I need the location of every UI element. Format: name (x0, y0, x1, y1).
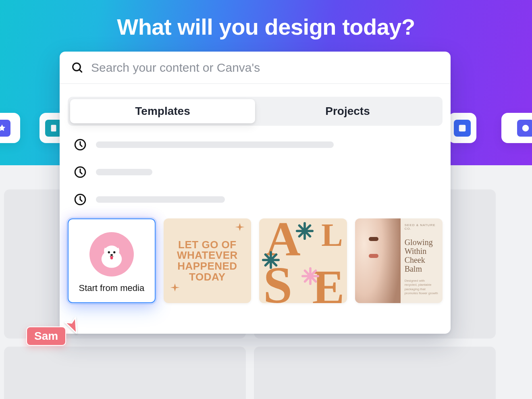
sparkle-icon (232, 222, 248, 239)
recent-search-item[interactable] (73, 165, 437, 179)
template-card-letters[interactable]: A L S E (259, 218, 347, 303)
beauty-blurb: Designed with recycled, plantable packag… (405, 279, 438, 296)
decorative-letter: L (321, 218, 343, 254)
beauty-copy: SEED & NATURE CO. Glowing Within Cheek B… (401, 218, 443, 303)
category-icon (517, 120, 532, 137)
search-icon (71, 61, 84, 74)
svg-point-5 (522, 125, 529, 131)
start-from-media-card[interactable]: Start from media (68, 218, 156, 303)
collaborator-name-badge: Sam (26, 326, 66, 346)
template-cards-row: Start from media LET GO OF WHATEVER HAPP… (60, 208, 451, 303)
svg-rect-3 (52, 129, 54, 130)
start-media-thumbnail (89, 232, 134, 276)
starburst-icon (262, 251, 280, 271)
skeleton-line (96, 196, 225, 203)
starburst-icon (301, 267, 320, 287)
category-pill[interactable] (501, 113, 532, 143)
tab-projects[interactable]: Projects (255, 99, 440, 123)
search-row[interactable] (60, 52, 451, 84)
beauty-headline: Glowing Within Cheek Balm (405, 238, 438, 273)
recent-searches (60, 126, 451, 208)
clock-icon (73, 193, 87, 206)
skeleton-line (96, 141, 334, 148)
clock-icon (73, 165, 87, 179)
skeleton-line (96, 169, 152, 175)
search-panel: Templates Projects (60, 52, 451, 334)
tab-templates[interactable]: Templates (70, 99, 255, 123)
template-card-quote[interactable]: LET GO OF WHATEVER HAPPENED TODAY (164, 218, 251, 303)
collaborator-cursor: Sam (62, 314, 82, 335)
svg-rect-2 (52, 128, 55, 129)
recent-search-item[interactable] (73, 193, 437, 206)
svg-point-17 (110, 256, 113, 259)
template-quote-text: LET GO OF WHATEVER HAPPENED TODAY (173, 239, 242, 282)
hero-title: What will you design today? (0, 14, 532, 40)
category-pill[interactable] (0, 113, 20, 143)
tabs: Templates Projects (68, 97, 443, 126)
tabs-container: Templates Projects (60, 84, 451, 126)
cursor-square-icon (454, 120, 471, 137)
svg-rect-1 (52, 126, 55, 127)
starburst-icon (295, 222, 314, 242)
category-icon (0, 120, 10, 137)
beauty-face-image (355, 218, 401, 303)
background-card (4, 347, 246, 399)
category-pill-whiteboard[interactable] (448, 113, 476, 143)
svg-point-15 (113, 251, 115, 253)
background-card (254, 347, 496, 399)
svg-line-7 (79, 69, 82, 72)
canva-home-stage: What will you design today? (0, 0, 532, 399)
clock-icon (73, 138, 87, 152)
svg-point-14 (108, 251, 110, 253)
beauty-brand: SEED & NATURE CO. (405, 223, 438, 231)
sparkle-icon (167, 282, 183, 300)
dog-photo-icon (95, 237, 129, 271)
template-card-beauty[interactable]: SEED & NATURE CO. Glowing Within Cheek B… (355, 218, 443, 303)
search-input[interactable] (91, 61, 439, 75)
start-from-media-label: Start from media (79, 283, 145, 293)
recent-search-item[interactable] (73, 138, 437, 152)
svg-point-16 (110, 254, 113, 256)
